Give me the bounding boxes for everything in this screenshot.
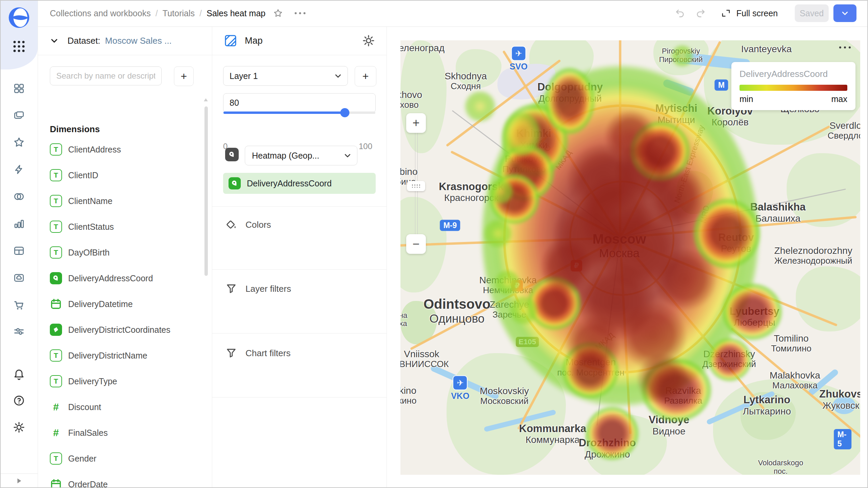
chart-filters-section[interactable]: Chart filters — [212, 342, 387, 364]
breadcrumb-item[interactable]: Collections and workbooks — [50, 8, 151, 18]
breadcrumb-item[interactable]: Tutorials — [162, 8, 195, 18]
favorites-icon[interactable] — [13, 136, 25, 148]
fullscreen-icon[interactable] — [721, 8, 731, 18]
text-field-icon: T — [50, 221, 62, 233]
funnel-icon — [225, 283, 237, 295]
text-field-icon: T — [50, 143, 62, 156]
geotype-select-value: Heatmap (Geop... — [252, 151, 319, 161]
saved-button[interactable]: Saved — [795, 4, 829, 22]
map-road-badge: ₽ — [511, 280, 523, 291]
geotype-select[interactable]: Heatmap (Geop... — [245, 146, 357, 165]
dimension-field-row[interactable]: #Discount — [38, 394, 200, 420]
chart-type-label: Map — [245, 36, 263, 46]
scroll-up-arrow[interactable] — [204, 98, 208, 101]
map-city-label: PutilkovoПутилково — [502, 154, 546, 174]
apps-grid-icon[interactable] — [13, 41, 24, 52]
dimension-field-row[interactable]: DeliveryDatetime — [38, 291, 200, 317]
dimension-field-row[interactable]: TDeliveryDistrictName — [38, 343, 200, 368]
dimension-field-row[interactable]: TClientStatus — [38, 214, 200, 240]
map-city-label: LyubertsyЛюберцы — [730, 305, 780, 328]
favorite-star-icon[interactable] — [273, 8, 283, 18]
map-chart-icon[interactable] — [224, 34, 237, 47]
settings-icon[interactable] — [13, 421, 25, 433]
zoom-out-button[interactable]: − — [406, 234, 426, 254]
save-dropdown-button[interactable] — [833, 4, 856, 22]
dashboards-icon[interactable] — [13, 83, 25, 94]
dimension-field-row[interactable]: TClientName — [38, 188, 200, 214]
services-icon[interactable] — [13, 325, 25, 338]
dimension-field-row[interactable]: DeliveryAddressCoord — [38, 265, 200, 291]
map-city-label: DrozhzhinoДрожжино — [579, 437, 636, 460]
dimension-field-row[interactable]: #FinalSales — [38, 420, 200, 446]
date-field-icon — [50, 298, 62, 310]
zoom-slider-track[interactable] — [415, 123, 418, 235]
dimension-field-label: ClientStatus — [68, 222, 114, 232]
geofield-pill-label: DeliveryAddressCoord — [247, 179, 332, 188]
text-field-icon: T — [50, 375, 62, 387]
redo-icon[interactable] — [695, 8, 706, 19]
topbar: Collections and workbooks/Tutorials/Sale… — [38, 0, 868, 27]
help-icon[interactable] — [13, 394, 25, 407]
more-menu-icon[interactable] — [295, 12, 305, 14]
dimension-field-row[interactable]: TDeliveryType — [38, 368, 200, 394]
paint-bucket-icon — [225, 219, 237, 231]
map-city-label: NemchinovkaНемчиновка — [479, 275, 537, 295]
map-city-label: Ivanteyevka — [741, 43, 792, 54]
marketplace-icon[interactable] — [13, 299, 25, 311]
map-road-badge: M — [715, 80, 728, 91]
quick-actions-icon[interactable] — [13, 164, 25, 175]
fields-scrollbar[interactable] — [204, 106, 208, 276]
layer-filters-section[interactable]: Layer filters — [212, 278, 387, 300]
dimension-field-row[interactable]: TClientAddress — [38, 137, 200, 162]
geofield-pill[interactable]: DeliveryAddressCoord — [223, 173, 376, 194]
zoom-in-button[interactable]: + — [406, 113, 426, 133]
storage-icon[interactable] — [13, 272, 25, 284]
map-city-label: MytischiМытищи — [655, 103, 697, 125]
dimension-field-label: DeliveryDistrictCoordinates — [68, 325, 170, 335]
map-more-menu-icon[interactable] — [839, 46, 851, 48]
datalens-logo-icon[interactable] — [8, 6, 30, 30]
dimension-field-row[interactable]: DeliveryDistrictCoordinates — [38, 317, 200, 343]
dimension-field-row[interactable]: TGender — [38, 446, 200, 471]
map-city-label: okhovoёхово — [400, 89, 422, 109]
dataset-name-link[interactable]: Moscow Sales ... — [105, 36, 172, 46]
zoom-slider-handle[interactable] — [407, 181, 425, 191]
map-city-label: Mosrentgenпос. Мосрентген — [557, 357, 624, 377]
add-field-button[interactable]: + — [174, 66, 194, 86]
dimension-field-label: FinalSales — [68, 428, 108, 438]
chart-settings-gear-icon[interactable] — [362, 34, 375, 47]
chart-settings-panel: Map Layer 1 + 80 0 100 Heatmap (Geop... … — [212, 26, 387, 488]
colors-section[interactable]: Colors — [212, 214, 387, 236]
notifications-icon[interactable] — [13, 368, 25, 380]
chevron-down-icon — [343, 151, 352, 160]
map-city-label: SverdloСвердло — [828, 120, 860, 140]
opacity-slider-thumb[interactable] — [340, 108, 350, 117]
map-city-label: DzerzhinskyДзержинский — [702, 349, 756, 369]
map-city-label: MoscowМосква — [593, 231, 646, 260]
map-canvas[interactable]: МКАДМКАДMRDNorth-East ExpresswayMRD елен… — [400, 40, 860, 475]
map-city-label: OdintsovoОдинцово — [423, 297, 491, 325]
collections-icon[interactable] — [13, 109, 25, 121]
chevron-down-icon[interactable] — [50, 36, 59, 45]
fullscreen-label[interactable]: Full screen — [736, 8, 778, 18]
dimension-field-row[interactable]: TDayOfBirth — [38, 240, 200, 265]
legend-max-label: max — [831, 94, 847, 104]
map-road-badge: ₽ — [571, 260, 582, 271]
dimension-field-row[interactable]: OrderDate — [38, 471, 200, 488]
map-city-label: VidnoyeВидное — [649, 414, 689, 436]
dataset-header[interactable]: Dataset: Moscow Sales ... — [38, 26, 212, 55]
expand-rail-icon[interactable] — [15, 477, 23, 485]
add-layer-button[interactable]: + — [355, 66, 376, 86]
connections-icon[interactable] — [13, 190, 25, 203]
search-input[interactable] — [50, 66, 162, 85]
number-field-icon: # — [50, 401, 62, 413]
charts-icon[interactable] — [13, 218, 25, 229]
opacity-control[interactable]: 80 — [223, 93, 376, 113]
layer-select[interactable]: Layer 1 — [223, 66, 348, 86]
tables-icon[interactable] — [13, 245, 25, 257]
breadcrumb-item[interactable]: Sales heat map — [206, 8, 265, 18]
dimension-field-row[interactable]: TClientID — [38, 162, 200, 188]
legend-min-label: min — [739, 94, 753, 104]
undo-icon[interactable] — [675, 8, 686, 19]
breadcrumb-separator: / — [155, 8, 158, 18]
